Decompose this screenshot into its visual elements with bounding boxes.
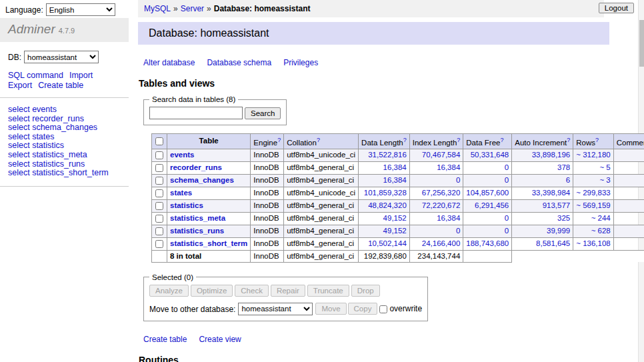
table-link-states[interactable]: states <box>170 189 192 197</box>
rows-link[interactable]: ~ 299,833 <box>576 189 610 197</box>
sidebar-select-events[interactable]: select events <box>8 105 121 115</box>
overwrite-label[interactable]: overwrite <box>389 304 422 313</box>
row-checkbox-statistics_meta[interactable] <box>155 215 163 223</box>
import-link[interactable]: Import <box>69 71 93 80</box>
auto-increment-link[interactable]: 325 <box>557 214 570 222</box>
data-length-link[interactable]: 49,152 <box>383 214 407 222</box>
data-length-link[interactable]: 48,824,320 <box>368 201 407 209</box>
help-icon[interactable]: ? <box>277 137 281 143</box>
index-length-link[interactable]: 67,256,320 <box>422 189 461 197</box>
auto-increment-link[interactable]: 33,398,984 <box>532 189 571 197</box>
overwrite-checkbox[interactable] <box>379 305 387 313</box>
index-length-link[interactable]: 0 <box>456 176 460 184</box>
data-length-link[interactable]: 10,502,144 <box>368 239 407 247</box>
row-checkbox-schema_changes[interactable] <box>155 177 163 185</box>
alter-database-link[interactable]: Alter database <box>143 58 195 67</box>
data-free-link[interactable]: 0 <box>505 227 509 235</box>
index-length-link[interactable]: 0 <box>456 227 460 235</box>
rows-link[interactable]: ~ 5 <box>599 163 610 171</box>
rows-link[interactable]: ~ 312,180 <box>576 151 610 159</box>
index-length-link[interactable]: 70,467,584 <box>422 151 461 159</box>
sql-command-link[interactable]: SQL command <box>8 71 63 80</box>
auto-increment-link[interactable]: 913,577 <box>543 201 571 209</box>
check-button[interactable]: Check <box>235 285 269 297</box>
sidebar-select-statistics-runs[interactable]: select statistics_runs <box>8 160 121 169</box>
help-icon[interactable]: ? <box>317 137 320 143</box>
sidebar-select-statistics-short-term[interactable]: select statistics_short_term <box>8 169 121 178</box>
row-checkbox-statistics_runs[interactable] <box>155 227 163 235</box>
row-checkbox-recorder_runs[interactable] <box>155 164 163 172</box>
sidebar-select-states[interactable]: select states <box>8 133 121 142</box>
move-button[interactable]: Move <box>315 303 346 315</box>
create-table-link[interactable]: Create table <box>143 335 187 344</box>
db-select[interactable]: homeassistant <box>24 51 99 63</box>
search-input[interactable] <box>149 107 243 119</box>
table-link-statistics[interactable]: statistics <box>170 201 203 209</box>
drop-button[interactable]: Drop <box>351 285 380 297</box>
row-checkbox-states[interactable] <box>155 189 163 197</box>
help-icon[interactable]: ? <box>567 137 570 143</box>
adminer-logo-link[interactable]: Adminer <box>8 22 55 36</box>
table-link-statistics_short_term[interactable]: statistics_short_term <box>170 239 247 247</box>
help-icon[interactable]: ? <box>595 137 599 143</box>
auto-increment-link[interactable]: 6 <box>566 176 570 184</box>
sidebar-select-schema-changes[interactable]: select schema_changes <box>8 123 121 133</box>
table-link-statistics_runs[interactable]: statistics_runs <box>170 227 224 235</box>
copy-button[interactable]: Copy <box>348 303 378 315</box>
data-length-link[interactable]: 16,384 <box>383 176 407 184</box>
data-free-link[interactable]: 0 <box>505 176 509 184</box>
help-icon[interactable]: ? <box>500 137 503 143</box>
index-length-link[interactable]: 72,220,672 <box>422 201 461 209</box>
optimize-button[interactable]: Optimize <box>191 285 233 297</box>
sidebar-select-statistics-meta[interactable]: select statistics_meta <box>8 151 121 160</box>
help-icon[interactable]: ? <box>403 137 407 143</box>
create-table-link[interactable]: Create table <box>38 81 83 90</box>
table-link-statistics_meta[interactable]: statistics_meta <box>170 214 225 222</box>
rows-link[interactable]: ~ 244 <box>591 214 611 222</box>
logout-button[interactable]: Logout <box>599 3 634 13</box>
rows-link[interactable]: ~ 628 <box>591 227 611 235</box>
data-length-link[interactable]: 16,384 <box>383 163 407 171</box>
breadcrumb-server-link[interactable]: Server <box>181 4 204 13</box>
breadcrumb-mysql-link[interactable]: MySQL <box>144 4 171 13</box>
scrollbar-thumb[interactable] <box>639 20 644 67</box>
help-icon[interactable]: ? <box>457 137 460 143</box>
analyze-button[interactable]: Analyze <box>149 285 189 297</box>
language-select[interactable]: English <box>46 3 115 16</box>
sidebar-select-recorder-runs[interactable]: select recorder_runs <box>8 115 121 124</box>
index-length-link[interactable]: 16,384 <box>437 214 460 222</box>
select-all-checkbox[interactable] <box>155 137 163 145</box>
row-checkbox-statistics[interactable] <box>155 202 163 210</box>
auto-increment-link[interactable]: 39,999 <box>547 227 570 235</box>
data-free-link[interactable]: 188,743,680 <box>466 239 509 247</box>
auto-increment-link[interactable]: 378 <box>557 163 570 171</box>
privileges-link[interactable]: Privileges <box>283 58 318 67</box>
move-db-select[interactable]: homeassistant <box>238 303 313 315</box>
export-link[interactable]: Export <box>8 81 32 90</box>
rows-link[interactable]: ~ 136,108 <box>576 239 610 247</box>
truncate-button[interactable]: Truncate <box>307 285 349 297</box>
data-free-link[interactable]: 104,857,600 <box>466 189 509 197</box>
row-checkbox-statistics_short_term[interactable] <box>155 240 163 248</box>
data-free-link[interactable]: 50,331,648 <box>471 151 509 159</box>
create-view-link[interactable]: Create view <box>199 335 241 344</box>
index-length-link[interactable]: 24,166,400 <box>422 239 461 247</box>
search-button[interactable]: Search <box>245 107 281 119</box>
database-schema-link[interactable]: Database schema <box>207 58 271 67</box>
rows-link[interactable]: ~ 3 <box>599 176 610 184</box>
rows-link[interactable]: ~ 569,159 <box>576 201 610 209</box>
data-length-link[interactable]: 31,522,816 <box>368 151 407 159</box>
table-link-events[interactable]: events <box>170 151 194 159</box>
row-checkbox-events[interactable] <box>155 151 163 159</box>
data-free-link[interactable]: 0 <box>505 163 509 171</box>
index-length-link[interactable]: 16,384 <box>437 163 460 171</box>
table-link-recorder_runs[interactable]: recorder_runs <box>170 163 222 171</box>
repair-button[interactable]: Repair <box>271 285 305 297</box>
auto-increment-link[interactable]: 33,898,196 <box>532 151 571 159</box>
data-length-link[interactable]: 101,859,328 <box>364 189 407 197</box>
data-free-link[interactable]: 0 <box>505 214 509 222</box>
sidebar-select-statistics[interactable]: select statistics <box>8 141 121 151</box>
data-length-link[interactable]: 49,152 <box>383 227 407 235</box>
auto-increment-link[interactable]: 8,581,645 <box>536 239 570 247</box>
table-link-schema_changes[interactable]: schema_changes <box>170 176 234 184</box>
